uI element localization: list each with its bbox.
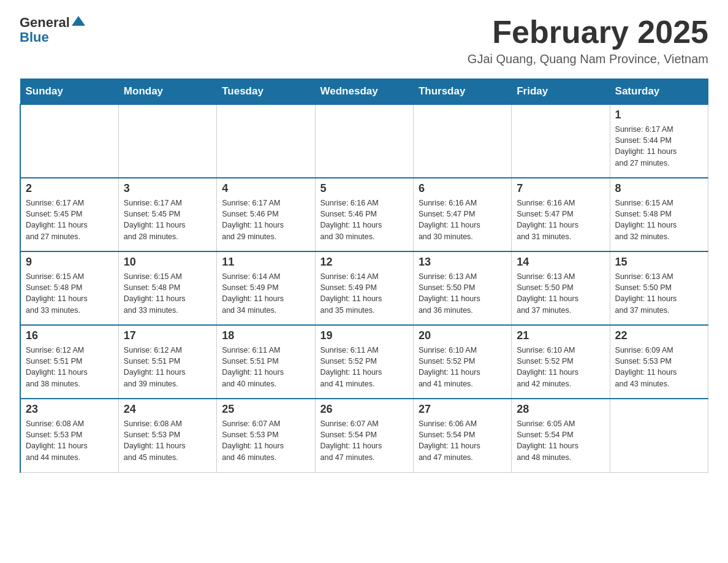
day-number: 24 [124,403,211,416]
day-number: 19 [320,329,408,342]
day-number: 16 [26,329,113,342]
day-of-week-monday: Monday [118,79,216,105]
day-number: 1 [615,109,703,121]
calendar-cell [217,104,315,178]
calendar-cell: 3Sunrise: 6:17 AM Sunset: 5:45 PM Daylig… [118,178,216,251]
calendar-cell: 4Sunrise: 6:17 AM Sunset: 5:46 PM Daylig… [217,178,315,251]
day-of-week-friday: Friday [512,79,610,105]
day-of-week-saturday: Saturday [610,79,708,105]
day-info: Sunrise: 6:13 AM Sunset: 5:50 PM Dayligh… [419,271,506,316]
calendar-cell: 2Sunrise: 6:17 AM Sunset: 5:45 PM Daylig… [20,178,118,251]
day-info: Sunrise: 6:15 AM Sunset: 5:48 PM Dayligh… [26,271,113,316]
calendar-cell: 8Sunrise: 6:15 AM Sunset: 5:48 PM Daylig… [610,178,708,251]
day-number: 11 [222,256,309,269]
logo: General Blue [20,15,85,45]
day-info: Sunrise: 6:07 AM Sunset: 5:53 PM Dayligh… [222,418,309,463]
calendar-week-3: 9Sunrise: 6:15 AM Sunset: 5:48 PM Daylig… [20,251,708,325]
day-info: Sunrise: 6:17 AM Sunset: 5:45 PM Dayligh… [26,197,113,242]
day-number: 6 [419,182,506,195]
day-info: Sunrise: 6:14 AM Sunset: 5:49 PM Dayligh… [222,271,309,316]
logo-triangle-icon [72,15,85,27]
calendar-cell: 13Sunrise: 6:13 AM Sunset: 5:50 PM Dayli… [413,251,511,325]
day-of-week-tuesday: Tuesday [217,79,315,105]
calendar-week-5: 23Sunrise: 6:08 AM Sunset: 5:53 PM Dayli… [20,399,708,472]
day-info: Sunrise: 6:10 AM Sunset: 5:52 PM Dayligh… [419,345,506,389]
svg-marker-0 [72,16,85,26]
day-number: 13 [419,256,506,269]
calendar-cell [118,104,216,178]
calendar-cell: 7Sunrise: 6:16 AM Sunset: 5:47 PM Daylig… [512,178,610,251]
day-info: Sunrise: 6:17 AM Sunset: 5:44 PM Dayligh… [615,124,703,169]
calendar-cell: 12Sunrise: 6:14 AM Sunset: 5:49 PM Dayli… [315,251,413,325]
day-of-week-sunday: Sunday [20,79,118,105]
calendar-cell: 24Sunrise: 6:08 AM Sunset: 5:53 PM Dayli… [118,399,216,472]
day-info: Sunrise: 6:11 AM Sunset: 5:51 PM Dayligh… [222,345,309,389]
calendar-cell [610,399,708,472]
day-number: 27 [419,403,506,416]
page-title: February 2025 [468,15,708,50]
logo-blue-text: Blue [20,29,49,45]
calendar-cell: 6Sunrise: 6:16 AM Sunset: 5:47 PM Daylig… [413,178,511,251]
calendar-cell: 19Sunrise: 6:11 AM Sunset: 5:52 PM Dayli… [315,325,413,399]
day-info: Sunrise: 6:15 AM Sunset: 5:48 PM Dayligh… [615,197,703,242]
day-info: Sunrise: 6:11 AM Sunset: 5:52 PM Dayligh… [320,345,408,389]
day-number: 8 [615,182,703,195]
day-number: 2 [26,182,113,195]
calendar-header: SundayMondayTuesdayWednesdayThursdayFrid… [20,79,708,105]
day-number: 3 [124,182,211,195]
calendar-cell: 14Sunrise: 6:13 AM Sunset: 5:50 PM Dayli… [512,251,610,325]
logo-general-text: General [20,15,70,31]
day-number: 14 [517,256,604,269]
calendar-cell: 25Sunrise: 6:07 AM Sunset: 5:53 PM Dayli… [217,399,315,472]
calendar-cell: 17Sunrise: 6:12 AM Sunset: 5:51 PM Dayli… [118,325,216,399]
day-info: Sunrise: 6:07 AM Sunset: 5:54 PM Dayligh… [320,418,408,463]
calendar-cell: 10Sunrise: 6:15 AM Sunset: 5:48 PM Dayli… [118,251,216,325]
day-number: 23 [26,403,113,416]
calendar-cell: 16Sunrise: 6:12 AM Sunset: 5:51 PM Dayli… [20,325,118,399]
day-info: Sunrise: 6:08 AM Sunset: 5:53 PM Dayligh… [124,418,211,463]
day-of-week-thursday: Thursday [413,79,511,105]
day-info: Sunrise: 6:06 AM Sunset: 5:54 PM Dayligh… [419,418,506,463]
day-info: Sunrise: 6:09 AM Sunset: 5:53 PM Dayligh… [615,345,703,389]
calendar-cell [413,104,511,178]
calendar-cell: 23Sunrise: 6:08 AM Sunset: 5:53 PM Dayli… [20,399,118,472]
day-number: 18 [222,329,309,342]
day-number: 17 [124,329,211,342]
day-number: 10 [124,256,211,269]
day-info: Sunrise: 6:17 AM Sunset: 5:46 PM Dayligh… [222,197,309,242]
calendar-cell: 22Sunrise: 6:09 AM Sunset: 5:53 PM Dayli… [610,325,708,399]
day-number: 12 [320,256,408,269]
calendar-cell: 9Sunrise: 6:15 AM Sunset: 5:48 PM Daylig… [20,251,118,325]
day-number: 15 [615,256,703,269]
day-info: Sunrise: 6:15 AM Sunset: 5:48 PM Dayligh… [124,271,211,316]
calendar-cell: 1Sunrise: 6:17 AM Sunset: 5:44 PM Daylig… [610,104,708,178]
calendar-cell: 5Sunrise: 6:16 AM Sunset: 5:46 PM Daylig… [315,178,413,251]
day-number: 4 [222,182,309,195]
day-info: Sunrise: 6:05 AM Sunset: 5:54 PM Dayligh… [517,418,604,463]
day-info: Sunrise: 6:16 AM Sunset: 5:47 PM Dayligh… [419,197,506,242]
day-info: Sunrise: 6:08 AM Sunset: 5:53 PM Dayligh… [26,418,113,463]
calendar-cell [315,104,413,178]
days-of-week-row: SundayMondayTuesdayWednesdayThursdayFrid… [20,79,708,105]
day-info: Sunrise: 6:12 AM Sunset: 5:51 PM Dayligh… [26,345,113,389]
day-number: 20 [419,329,506,342]
calendar-cell [512,104,610,178]
calendar-week-1: 1Sunrise: 6:17 AM Sunset: 5:44 PM Daylig… [20,104,708,178]
day-number: 9 [26,256,113,269]
day-number: 28 [517,403,604,416]
day-number: 5 [320,182,408,195]
day-info: Sunrise: 6:16 AM Sunset: 5:47 PM Dayligh… [517,197,604,242]
day-number: 26 [320,403,408,416]
page-subtitle: GJai Quang, Quang Nam Province, Vietnam [468,52,708,66]
calendar-cell: 28Sunrise: 6:05 AM Sunset: 5:54 PM Dayli… [512,399,610,472]
day-info: Sunrise: 6:10 AM Sunset: 5:52 PM Dayligh… [517,345,604,389]
day-number: 7 [517,182,604,195]
day-number: 21 [517,329,604,342]
day-of-week-wednesday: Wednesday [315,79,413,105]
calendar-body: 1Sunrise: 6:17 AM Sunset: 5:44 PM Daylig… [20,104,708,472]
day-info: Sunrise: 6:14 AM Sunset: 5:49 PM Dayligh… [320,271,408,316]
calendar-cell: 15Sunrise: 6:13 AM Sunset: 5:50 PM Dayli… [610,251,708,325]
logo-text: General [20,15,85,31]
day-info: Sunrise: 6:13 AM Sunset: 5:50 PM Dayligh… [615,271,703,316]
calendar-cell: 21Sunrise: 6:10 AM Sunset: 5:52 PM Dayli… [512,325,610,399]
